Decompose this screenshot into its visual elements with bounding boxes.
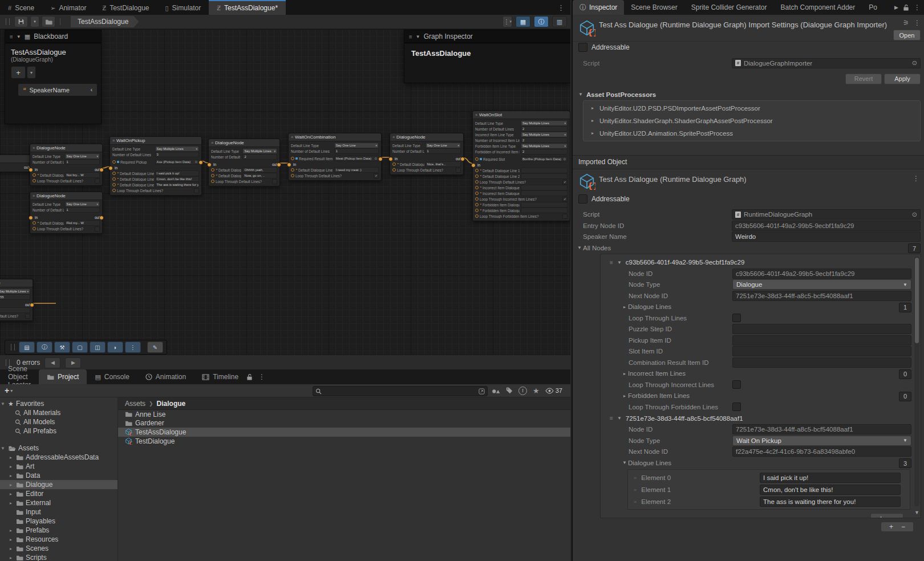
- panel-tab-project[interactable]: Project: [39, 369, 87, 384]
- drag-handle-icon[interactable]: ≡: [409, 34, 412, 40]
- prev-error-button[interactable]: ◀: [44, 357, 60, 368]
- tree-folder-external[interactable]: ▸External: [0, 498, 117, 507]
- output-port[interactable]: [378, 157, 383, 161]
- addressable-checkbox[interactable]: [578, 43, 587, 52]
- array-size-field[interactable]: 3: [899, 458, 911, 468]
- node-dropdown[interactable]: Say Multiple Lines▾: [0, 288, 30, 294]
- panel-tab-animation[interactable]: Animation: [137, 369, 194, 384]
- property-port-icon[interactable]: [112, 189, 116, 192]
- dialogue-line-field[interactable]: I need my meat :): [334, 167, 379, 173]
- node-int-field[interactable]: 1: [65, 207, 100, 213]
- output-port[interactable]: [99, 216, 104, 220]
- panel-tab-scene-object-locator[interactable]: Scene Object Locator: [0, 369, 39, 384]
- kebab-menu-icon[interactable]: ⋮: [258, 373, 265, 381]
- dialogue-line-field[interactable]: [521, 185, 568, 190]
- property-port-icon[interactable]: [291, 157, 294, 160]
- output-port[interactable]: [277, 162, 281, 167]
- node-entry-header[interactable]: ≡▼7251e73e-38d3-44ff-a8c5-bcf54088aaf1: [601, 413, 921, 424]
- breadcrumb-root[interactable]: Assets: [125, 400, 145, 408]
- scroll-down-icon[interactable]: ▼: [914, 510, 919, 515]
- wait-on-combination-node[interactable]: ≡WaitOnCombinationDefault Line TypeSay O…: [288, 133, 382, 181]
- output-port[interactable]: [99, 168, 104, 172]
- node-checkbox[interactable]: [456, 168, 461, 173]
- favorites-star-icon[interactable]: ★: [533, 387, 540, 395]
- editor-tab-testdialogue[interactable]: ƵTestDialogue: [94, 0, 157, 15]
- property-text-field[interactable]: [732, 357, 911, 368]
- node-checkbox[interactable]: [562, 214, 568, 219]
- dialogue-line-field[interactable]: Not bry... W: [65, 172, 100, 178]
- filter-by-label-icon[interactable]: [506, 387, 513, 394]
- postprocessor-row[interactable]: ▸UnityEditor.U2D.PSD.PSDImporterAssetPos…: [583, 102, 920, 115]
- node-dropdown[interactable]: Say One Line▾: [65, 201, 100, 207]
- property-text-field[interactable]: c93b5606-401f-49a2-99b5-9ecbf1fa9c29: [732, 269, 911, 279]
- tree-folder-playables[interactable]: Playables: [0, 517, 117, 526]
- add-element-button[interactable]: +: [879, 514, 883, 518]
- tree-assets-root[interactable]: ▼Assets: [0, 444, 117, 453]
- editor-tab-simulator[interactable]: ▯Simulator: [157, 0, 209, 15]
- node-dropdown[interactable]: Say Multiple Lines▾: [242, 148, 277, 154]
- property-text-field[interactable]: Weirdo: [732, 231, 921, 242]
- node-object-field[interactable]: Axe (Pickup Item Data)⊙: [155, 159, 199, 165]
- show-in-project-button[interactable]: [42, 16, 55, 27]
- next-error-button[interactable]: ▶: [65, 357, 81, 368]
- tree-folder-prefabs[interactable]: ▸Prefabs: [0, 526, 117, 535]
- node-object-field[interactable]: Bonfire (Pickup Item Data)⊙: [521, 156, 568, 162]
- file-item-testdialogue[interactable]: {}TestDialogue: [118, 437, 570, 446]
- blackboard-toggle-icon[interactable]: ◫: [90, 342, 106, 353]
- window-panel-icon[interactable]: ▢: [72, 342, 88, 353]
- search-input[interactable]: [324, 387, 476, 395]
- property-checkbox[interactable]: [732, 380, 741, 389]
- remove-element-button[interactable]: −: [891, 514, 895, 518]
- blackboard-variable-speakername[interactable]: “ SpeakerName ‹: [18, 83, 98, 96]
- remove-element-button[interactable]: −: [901, 523, 905, 531]
- foldout-arrow-icon[interactable]: ▼: [621, 460, 628, 465]
- tree-folder-editor[interactable]: ▸Editor: [0, 489, 117, 498]
- property-dropdown[interactable]: Wait On Pickup▼: [732, 436, 911, 446]
- tree-item-all-models[interactable]: All Models: [0, 417, 117, 426]
- add-element-button[interactable]: +: [889, 523, 893, 531]
- property-text-field[interactable]: f22a475e-4c2f-41c6-9b73-6a83498abfe0: [732, 446, 911, 457]
- object-picker-icon[interactable]: ⊙: [910, 211, 917, 218]
- foldout-arrow-icon[interactable]: ▸: [621, 393, 628, 399]
- tools-panel-icon[interactable]: ⚒: [54, 342, 70, 353]
- dialogue-line-field[interactable]: The ass is waiting there for y: [155, 182, 199, 188]
- node-dropdown[interactable]: Say One Line▾: [334, 143, 379, 148]
- node-checkbox[interactable]: [272, 179, 277, 184]
- node-int-field[interactable]: 1: [334, 148, 379, 154]
- property-checkbox[interactable]: [732, 403, 741, 411]
- filter-by-type-icon[interactable]: [492, 388, 500, 394]
- script-object-field[interactable]: #RuntimeDialogueGraph⊙: [732, 209, 921, 219]
- project-search-field[interactable]: [313, 386, 488, 396]
- inspector-tab-po[interactable]: Po: [862, 0, 884, 15]
- node-int-field[interactable]: 1: [65, 159, 100, 165]
- dialogue-line-field[interactable]: [0, 307, 30, 313]
- tree-favorites-root[interactable]: ▼★Favorites: [0, 399, 117, 408]
- node-checkbox[interactable]: [95, 178, 100, 184]
- save-button[interactable]: [14, 16, 28, 27]
- array-size-field[interactable]: 1: [899, 303, 911, 312]
- property-port-icon[interactable]: [112, 177, 116, 181]
- property-port-icon[interactable]: [475, 197, 479, 201]
- revert-button[interactable]: Revert: [845, 74, 882, 84]
- importer-script-field[interactable]: # DialogueGraphImporter ⊙: [732, 58, 921, 68]
- property-port-icon[interactable]: [291, 168, 294, 172]
- dialogue-line-field[interactable]: Fkd my... W: [65, 220, 100, 226]
- array-size-field[interactable]: 0: [899, 369, 911, 379]
- tree-folder-data[interactable]: ▸Data: [0, 471, 117, 480]
- addressable-checkbox[interactable]: [578, 194, 587, 204]
- node-dropdown[interactable]: Say One Line▾: [65, 153, 100, 159]
- graph-inspector-panel[interactable]: ≡ ▼ Graph Inspector TestAssDialogue: [404, 30, 570, 83]
- foldout-arrow-icon[interactable]: ▼: [616, 416, 623, 421]
- start-node[interactable]: ≡StartNodeSpeakerNameout: [0, 155, 32, 172]
- kebab-menu-icon[interactable]: ⋮: [913, 175, 919, 182]
- property-port-icon[interactable]: [475, 186, 479, 189]
- wait-on-pickup-node[interactable]: ≡WaitOnPickupDefault Line TypeSay Multip…: [110, 136, 202, 196]
- object-picker-icon[interactable]: ⊙: [910, 59, 917, 67]
- dialogue-node-1[interactable]: ≡DialogueNodeDefault Line TypeSay One Li…: [30, 144, 103, 186]
- property-text-field[interactable]: 7251e73e-38d3-44ff-a8c5-bcf54088aaf1: [732, 424, 911, 434]
- element-text-field[interactable]: I said pick it up!: [760, 473, 901, 483]
- node-checkbox[interactable]: [194, 188, 199, 193]
- node-dropdown[interactable]: Say One Line▾: [425, 143, 461, 148]
- add-variable-button[interactable]: +: [11, 66, 26, 79]
- drag-handle-icon[interactable]: =: [628, 475, 641, 481]
